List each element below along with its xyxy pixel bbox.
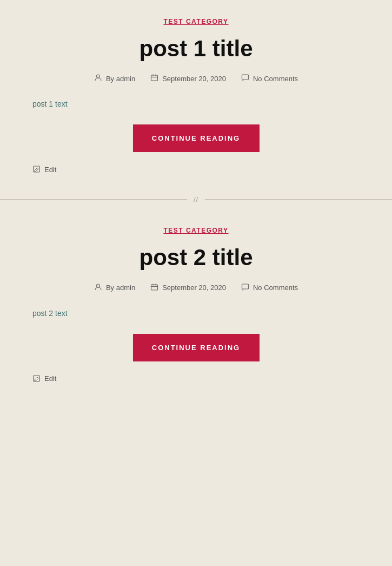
svg-rect-1	[151, 75, 158, 81]
edit-icon-1	[32, 165, 41, 174]
date-label-1: September 20, 2020	[162, 75, 226, 83]
post-content-1: post 1 text	[32, 100, 360, 108]
post-comments-2: No Comments	[241, 283, 298, 293]
post-divider: //	[0, 195, 392, 203]
date-label-2: September 20, 2020	[162, 284, 226, 292]
post-article-2: TEST CATEGORY post 2 title By admin	[0, 209, 392, 399]
post-article-1: TEST CATEGORY post 1 title By admin	[0, 0, 392, 190]
page-container: TEST CATEGORY post 1 title By admin	[0, 0, 392, 399]
post-category-2: TEST CATEGORY	[32, 225, 360, 235]
post-edit-1: Edit	[32, 165, 360, 174]
post-date-2: September 20, 2020	[150, 283, 226, 293]
post-meta-1: By admin September 20, 2020	[32, 74, 360, 83]
comment-icon-1	[241, 74, 249, 83]
author-icon-2	[94, 283, 102, 293]
continue-reading-button-2[interactable]: CONTINUE READING	[133, 334, 260, 361]
divider-text: //	[187, 195, 205, 203]
edit-label-1[interactable]: Edit	[44, 166, 56, 174]
post-meta-2: By admin September 20, 2020	[32, 283, 360, 293]
post-edit-2: Edit	[32, 374, 360, 383]
edit-label-2[interactable]: Edit	[44, 374, 56, 383]
svg-rect-8	[151, 285, 158, 290]
calendar-icon-2	[150, 283, 158, 293]
author-label-1: By admin	[106, 75, 135, 83]
comments-label-1: No Comments	[253, 75, 298, 83]
category-link-1[interactable]: TEST CATEGORY	[163, 18, 228, 25]
author-icon-1	[94, 74, 102, 83]
post-date-1: September 20, 2020	[150, 74, 226, 83]
continue-reading-button-1[interactable]: CONTINUE READING	[133, 124, 260, 152]
svg-rect-5	[242, 75, 248, 80]
svg-point-0	[96, 75, 99, 78]
post-content-2: post 2 text	[32, 309, 360, 318]
calendar-icon-1	[150, 74, 158, 83]
svg-rect-12	[242, 284, 248, 289]
divider-line-left	[0, 199, 187, 200]
post-category-1: TEST CATEGORY	[32, 16, 360, 26]
svg-point-7	[96, 284, 99, 287]
post-title-2: post 2 title	[32, 245, 360, 271]
comment-icon-2	[241, 283, 249, 293]
comments-label-2: No Comments	[253, 284, 298, 292]
category-link-2[interactable]: TEST CATEGORY	[163, 227, 228, 234]
edit-icon-2	[32, 374, 41, 383]
post-author-2: By admin	[94, 283, 135, 293]
author-label-2: By admin	[106, 284, 135, 292]
divider-line-right	[205, 199, 392, 200]
post-title-1: post 1 title	[32, 36, 360, 62]
post-comments-1: No Comments	[241, 74, 298, 83]
post-author-1: By admin	[94, 74, 135, 83]
